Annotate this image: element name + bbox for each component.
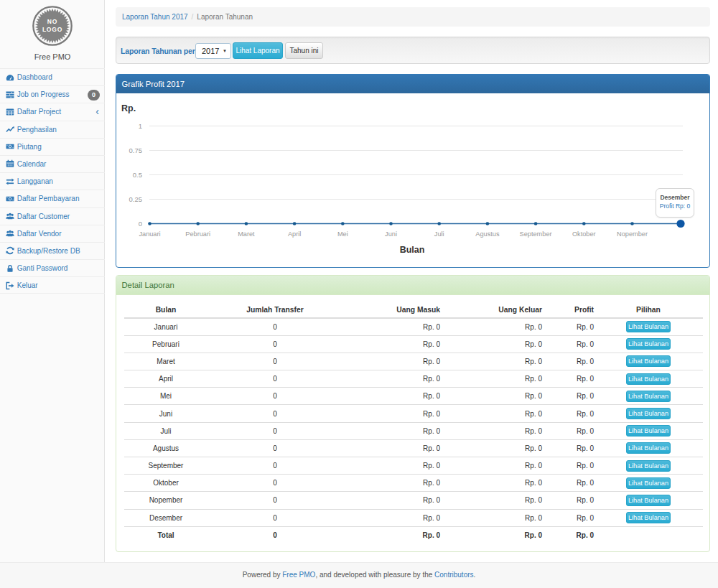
svg-text:LOGO: LOGO bbox=[42, 26, 62, 33]
svg-text:NO: NO bbox=[47, 18, 57, 25]
